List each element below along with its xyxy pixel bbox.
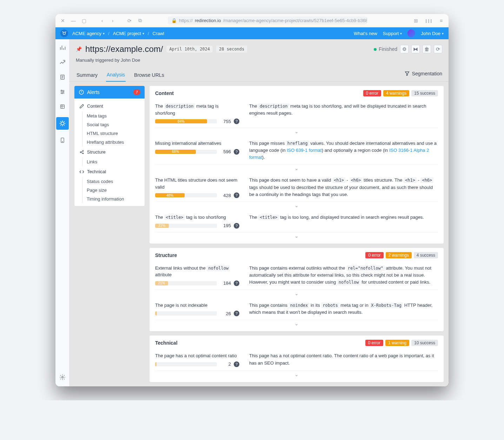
rail-data-icon[interactable] [58, 102, 67, 111]
sidebar-item[interactable]: Links [82, 157, 145, 166]
code-icon [79, 169, 84, 174]
url-bar[interactable]: 🔒 https://redirection.io/manager/acme-ag… [168, 16, 367, 25]
caret-down-icon: ▾ [142, 32, 144, 35]
sidebar-item[interactable]: Social tags [82, 120, 145, 129]
issue-count: 195 [220, 223, 231, 228]
support-menu[interactable]: Support▾ [383, 31, 402, 36]
tab-analysis[interactable]: Analysis [106, 68, 126, 82]
issue-description: This page has a not optimal content rati… [249, 352, 438, 366]
refresh-button[interactable]: ⟳ [434, 45, 442, 53]
rail-filters-icon[interactable] [58, 88, 67, 96]
expand-toggle[interactable]: ⌄ [155, 202, 438, 210]
help-icon[interactable]: ? [234, 361, 239, 367]
success-pill: 15 success [411, 90, 438, 96]
error-pill: 0 error [363, 90, 381, 96]
expand-toggle[interactable]: ⌄ [155, 290, 438, 298]
issue-count: 2 [220, 361, 231, 367]
app-logo[interactable] [60, 29, 68, 37]
issue-title: The <title> tag is too short/long [155, 214, 239, 221]
caret-down-icon: ▾ [400, 32, 402, 35]
expand-toggle[interactable]: ⌄ [155, 232, 438, 241]
issue-count: 26 [220, 311, 231, 316]
issue-row: The page has a not optimal content ratio… [155, 349, 438, 371]
svg-rect-5 [60, 105, 64, 109]
progress-bar: 66% [155, 150, 217, 154]
rail-monitor-icon[interactable] [58, 136, 67, 144]
caret-down-icon: ▾ [103, 32, 105, 35]
help-icon[interactable]: ? [234, 311, 239, 316]
expand-toggle[interactable]: ⌄ [155, 128, 438, 136]
settings-button[interactable]: ⚙ [400, 45, 409, 53]
user-avatar[interactable] [407, 29, 415, 37]
sidebar-section-structure[interactable]: Structure [74, 148, 145, 156]
pencil-icon [79, 104, 84, 109]
breadcrumb-project[interactable]: ACME project▾ [113, 31, 144, 36]
tab-summary[interactable]: Summary [76, 69, 98, 81]
rail-settings-icon[interactable] [58, 373, 67, 381]
window-maximize-button[interactable]: ▢ [80, 17, 88, 25]
sidebar-section-technical[interactable]: Technical [74, 168, 145, 176]
apps-icon[interactable]: ⊞ [412, 17, 420, 25]
browser-chrome: ✕ — ▢ ‹ › ⟳ ⧉ 🔒 https://redirection.io/m… [55, 14, 449, 27]
whats-new-link[interactable]: What's new [354, 31, 377, 36]
svg-point-6 [61, 122, 64, 125]
issue-title: Missing international alternatives [155, 140, 239, 147]
library-icon[interactable]: ⫿⫿⫿ [425, 17, 432, 25]
url-prefix: https:// [179, 18, 193, 23]
lock-icon: 🔒 [171, 18, 177, 23]
breadcrumb-section[interactable]: Crawl [153, 31, 164, 36]
rail-crawl-icon[interactable] [56, 117, 69, 130]
sidebar-alerts[interactable]: Alerts 7 [74, 86, 145, 99]
error-pill: 0 error [365, 340, 383, 346]
rail-logs-icon[interactable] [58, 73, 67, 81]
help-icon[interactable]: ? [234, 192, 239, 198]
issue-row: The description meta tag is short/long 8… [155, 99, 438, 128]
sidebar-item[interactable]: Hreflang attributes [82, 138, 145, 147]
sidebar-item[interactable]: Status codes [82, 177, 145, 186]
svg-point-0 [63, 32, 66, 35]
breadcrumb-org[interactable]: ACME agency▾ [72, 31, 105, 36]
warning-pill: 1 warning [385, 340, 409, 346]
nav-back-button[interactable]: ‹ [98, 17, 106, 25]
expand-toggle[interactable]: ⌄ [155, 371, 438, 379]
crawl-date: April 10th, 2024 [166, 46, 213, 53]
svg-point-9 [61, 377, 63, 378]
svg-point-3 [63, 92, 64, 93]
pin-icon[interactable]: 📌 [76, 46, 82, 52]
help-icon[interactable]: ? [234, 119, 239, 124]
nav-forward-button[interactable]: › [109, 17, 117, 25]
card-technical: Technical 0 error 1 warning 10 success T… [150, 336, 444, 382]
sidebar-item[interactable]: Meta tags [82, 111, 145, 120]
page-title: https://example.com/ [85, 44, 163, 54]
expand-toggle[interactable]: ⌄ [155, 320, 438, 329]
progress-bar: 22% [155, 224, 217, 228]
svg-point-4 [61, 93, 62, 94]
window-close-button[interactable]: ✕ [59, 17, 67, 25]
expand-toggle[interactable]: ⌄ [155, 164, 438, 173]
warning-pill: 4 warnings [383, 90, 409, 96]
iso639-link[interactable]: ISO 639-1 format [287, 148, 322, 153]
delete-button[interactable]: 🗑 [423, 45, 431, 53]
sidebar-item[interactable]: Timing information [82, 195, 145, 203]
help-icon[interactable]: ? [234, 149, 239, 155]
status-badge: Finished [374, 46, 397, 52]
help-icon[interactable]: ? [234, 223, 239, 229]
svg-point-8 [62, 141, 62, 142]
sidebar-item[interactable]: Page size [82, 186, 145, 195]
share-button[interactable]: ⧓ [411, 45, 420, 53]
sidebar-item[interactable]: HTML structure [82, 129, 145, 138]
issue-count: 596 [220, 149, 231, 154]
rail-dashboard-icon[interactable] [58, 43, 67, 52]
menu-icon[interactable]: ≡ [437, 17, 445, 25]
segmentation-button[interactable]: Segmentation [404, 71, 442, 79]
help-icon[interactable]: ? [234, 280, 239, 286]
window-minimize-button[interactable]: — [69, 17, 77, 25]
user-menu[interactable]: John Doe▾ [421, 31, 444, 36]
tab-browse-urls[interactable]: Browse URLs [133, 69, 165, 81]
reload-button[interactable]: ⟳ [126, 17, 133, 25]
url-path: /manager/acme-agency/acme-project/crawls… [223, 18, 367, 23]
reader-mode-button[interactable]: ⧉ [136, 17, 144, 25]
rail-rules-icon[interactable] [58, 58, 67, 67]
sidebar-section-content[interactable]: Content [74, 102, 145, 110]
card-title: Structure [155, 252, 177, 258]
